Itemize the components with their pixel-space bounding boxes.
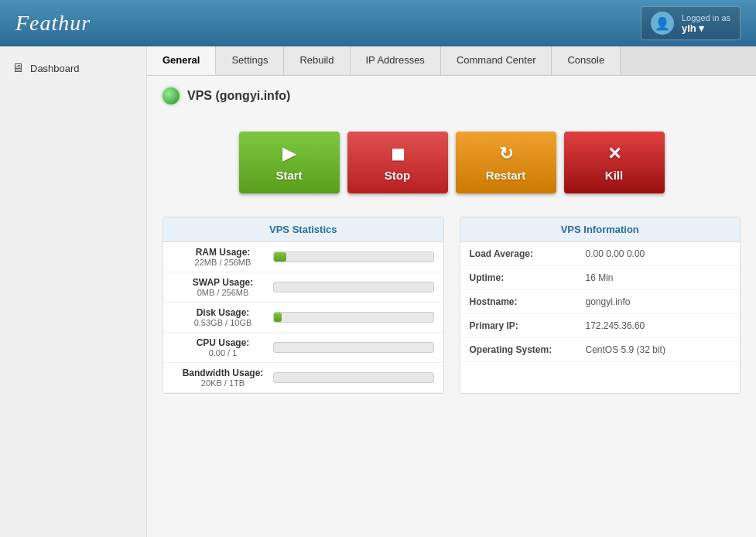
user-badge[interactable]: 👤 Logged in as ylh ▾ xyxy=(641,6,741,40)
vps-statistics-box: VPS Statistics RAM Usage: 22MB / 256MB S… xyxy=(162,217,444,394)
main-layout: 🖥 Dashboard General Settings Rebuild IP … xyxy=(0,46,756,537)
tab-general[interactable]: General xyxy=(147,46,216,75)
info-value: CentOS 5.9 (32 bit) xyxy=(586,344,665,355)
info-rows: Load Average: 0.00 0.00 0.00 Uptime: 16 … xyxy=(460,242,741,362)
info-value: 172.245.36.60 xyxy=(586,320,645,331)
stat-bar-background xyxy=(273,282,434,292)
stop-button[interactable]: ◼ Stop xyxy=(347,132,448,193)
tab-bar: General Settings Rebuild IP Addresses Co… xyxy=(147,46,756,76)
info-row: Primary IP: 172.245.36.60 xyxy=(460,314,741,338)
stat-label-cell: Bandwidth Usage: 20KB / 1TB xyxy=(173,368,273,388)
info-key: Uptime: xyxy=(470,272,586,283)
info-value: 16 Min xyxy=(586,272,614,283)
stat-bar-background xyxy=(273,251,434,262)
header: Feathur 👤 Logged in as ylh ▾ xyxy=(0,0,756,46)
control-buttons: ▶ Start ◼ Stop ↻ Restart ✕ Kill xyxy=(147,116,756,217)
username-label: ylh ▾ xyxy=(682,22,730,34)
tab-ip-addresses[interactable]: IP Addresses xyxy=(351,46,441,75)
logo: Feathur xyxy=(15,11,91,36)
stat-label: Disk Usage: xyxy=(173,307,273,318)
stat-bar-cell xyxy=(273,342,434,353)
stat-bar-background xyxy=(273,342,434,353)
play-icon: ▶ xyxy=(282,144,296,164)
sidebar: 🖥 Dashboard xyxy=(0,46,147,537)
stat-bar-fill xyxy=(274,313,282,322)
content-area: General Settings Rebuild IP Addresses Co… xyxy=(147,46,756,537)
logged-in-label: Logged in as xyxy=(682,13,730,22)
vps-header: VPS (gongyi.info) xyxy=(147,76,756,116)
info-value: gongyi.info xyxy=(586,296,631,307)
stat-sub: 20KB / 1TB xyxy=(173,378,273,388)
info-key: Hostname: xyxy=(470,296,586,307)
info-key: Load Average: xyxy=(470,248,586,259)
chevron-down-icon: ▾ xyxy=(699,22,704,34)
stat-bar-background xyxy=(273,312,434,323)
stat-rows: RAM Usage: 22MB / 256MB SWAP Usage: 0MB … xyxy=(163,242,443,393)
stop-icon: ◼ xyxy=(391,144,405,164)
stat-sub: 0MB / 256MB xyxy=(173,288,273,297)
restart-icon: ↻ xyxy=(499,144,513,164)
tab-console[interactable]: Console xyxy=(552,46,621,75)
kill-button[interactable]: ✕ Kill xyxy=(564,132,665,193)
restart-label: Restart xyxy=(486,169,526,182)
stat-label-cell: RAM Usage: 22MB / 256MB xyxy=(173,247,273,267)
status-indicator xyxy=(162,87,180,104)
tab-rebuild[interactable]: Rebuild xyxy=(284,46,350,75)
stat-label-cell: Disk Usage: 0.53GB / 10GB xyxy=(173,307,273,327)
stat-bar-cell xyxy=(273,312,434,323)
stat-label-cell: CPU Usage: 0.00 / 1 xyxy=(173,337,273,357)
stat-row: CPU Usage: 0.00 / 1 xyxy=(163,333,443,363)
dashboard-icon: 🖥 xyxy=(12,61,24,75)
kill-label: Kill xyxy=(605,169,623,182)
vps-information-box: VPS Information Load Average: 0.00 0.00 … xyxy=(460,217,741,394)
stat-label: Bandwidth Usage: xyxy=(173,368,273,378)
information-title: VPS Information xyxy=(460,217,741,242)
stat-bar-fill xyxy=(274,252,286,262)
stat-sub: 0.53GB / 10GB xyxy=(173,318,273,327)
stat-bar-cell xyxy=(273,251,434,262)
sidebar-item-dashboard[interactable]: 🖥 Dashboard xyxy=(0,54,146,82)
vps-name: VPS (gongyi.info) xyxy=(187,89,290,103)
stop-label: Stop xyxy=(385,169,410,182)
stat-sub: 22MB / 256MB xyxy=(173,258,273,267)
avatar: 👤 xyxy=(651,12,674,35)
stat-row: RAM Usage: 22MB / 256MB xyxy=(163,242,443,272)
stat-sub: 0.00 / 1 xyxy=(173,348,273,357)
stat-label: RAM Usage: xyxy=(173,247,273,258)
sidebar-item-label: Dashboard xyxy=(30,63,80,74)
stat-label: CPU Usage: xyxy=(173,337,273,348)
stats-section: VPS Statistics RAM Usage: 22MB / 256MB S… xyxy=(147,217,756,409)
kill-icon: ✕ xyxy=(607,144,621,164)
stat-row: SWAP Usage: 0MB / 256MB xyxy=(163,272,443,303)
info-row: Operating System: CentOS 5.9 (32 bit) xyxy=(460,338,741,362)
info-row: Hostname: gongyi.info xyxy=(460,290,741,314)
info-value: 0.00 0.00 0.00 xyxy=(586,248,645,259)
info-key: Operating System: xyxy=(470,344,586,355)
statistics-title: VPS Statistics xyxy=(163,217,443,242)
info-row: Uptime: 16 Min xyxy=(460,266,741,290)
start-label: Start xyxy=(275,169,302,182)
tab-command-center[interactable]: Command Center xyxy=(441,46,552,75)
info-key: Primary IP: xyxy=(470,320,586,331)
start-button[interactable]: ▶ Start xyxy=(239,132,340,193)
stat-bar-cell xyxy=(273,282,434,292)
restart-button[interactable]: ↻ Restart xyxy=(456,132,556,193)
stat-label: SWAP Usage: xyxy=(173,277,273,288)
user-info: Logged in as ylh ▾ xyxy=(682,13,730,34)
info-row: Load Average: 0.00 0.00 0.00 xyxy=(460,242,741,266)
tab-settings[interactable]: Settings xyxy=(216,46,284,75)
stat-row: Disk Usage: 0.53GB / 10GB xyxy=(163,303,443,333)
stat-bar-cell xyxy=(273,372,434,383)
stat-label-cell: SWAP Usage: 0MB / 256MB xyxy=(173,277,273,297)
stat-bar-background xyxy=(273,372,434,383)
stat-row: Bandwidth Usage: 20KB / 1TB xyxy=(163,363,443,393)
